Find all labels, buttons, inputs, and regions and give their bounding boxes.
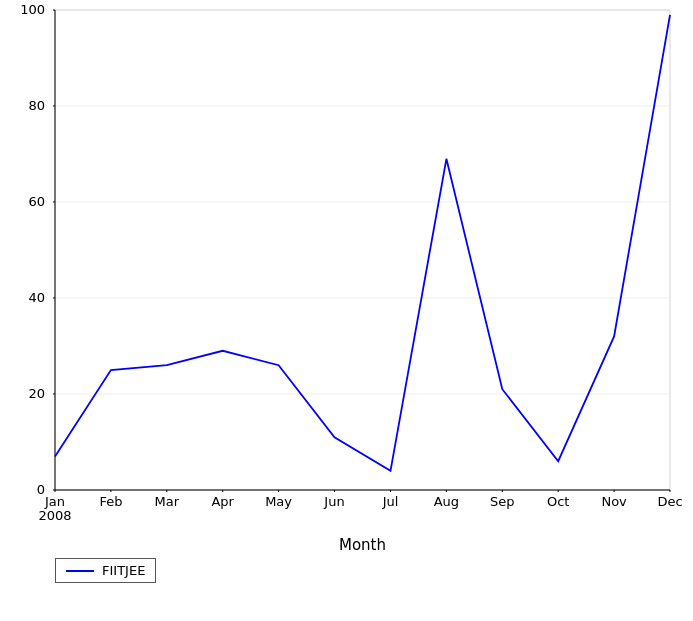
legend-line-fiitjee [66,570,94,572]
x-tick-feb: Feb [99,494,122,509]
x-tick-mar: Mar [155,494,180,509]
x-tick-dec: Dec [657,494,682,509]
x-tick-may: May [265,494,292,509]
y-tick-100: 100 [20,2,45,17]
y-tick-0: 0 [37,482,45,497]
x-tick-oct: Oct [547,494,569,509]
y-tick-60: 60 [28,194,45,209]
x-tick-nov: Nov [601,494,627,509]
y-tick-20: 20 [28,386,45,401]
chart-container: 0 20 40 60 80 100 Jan 2008 [0,0,693,621]
legend: FIITJEE [55,558,156,583]
x-tick-jun: Jun [323,494,344,509]
x-tick-jan: Jan [44,494,65,509]
legend-label-fiitjee: FIITJEE [102,563,145,578]
x-tick-jul: Jul [382,494,399,509]
y-tick-80: 80 [28,98,45,113]
y-tick-40: 40 [28,290,45,305]
chart-svg: 0 20 40 60 80 100 Jan 2008 [0,0,693,621]
x-tick-year: 2008 [38,508,71,523]
x-tick-sep: Sep [490,494,515,509]
x-axis-label: Month [339,536,386,554]
x-tick-apr: Apr [211,494,234,509]
x-tick-aug: Aug [434,494,459,509]
